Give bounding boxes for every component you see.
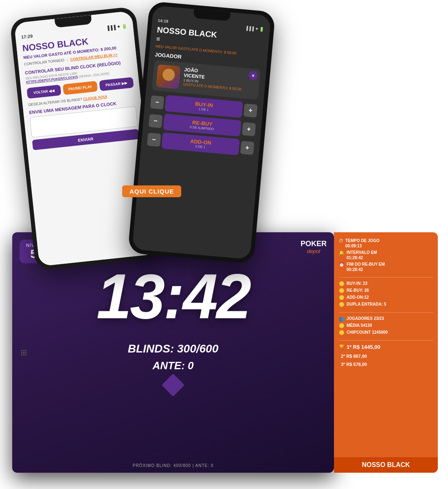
chipcount-stat-row: 🪙 CHIPCOUNT 1245000 [339, 330, 433, 335]
player-card: × JOÃOVICENTE 1 BUY-IN GASTO ATÉ O MOMEN… [152, 60, 261, 100]
intervalo-text: INTERVALO EM 01:28:42 [347, 250, 377, 260]
dupla-stat-row: 🪙 DUPLA ENTRADA: 5 [339, 302, 433, 307]
phone-left-signal: ▐▐▐ ✦ 🔋 [106, 24, 128, 31]
divider-2 [339, 312, 433, 313]
rebuy-minus-btn[interactable]: − [149, 114, 163, 128]
phone-left-nav-item1[interactable]: CONTROLAR TORNEIO [24, 58, 65, 66]
clock-next-blind: PRÓXIMO BLIND: 400/800 | ANTE: 0 [12, 463, 334, 468]
chip-icon-3: 🪙 [339, 295, 345, 300]
buyin-stat-row: 🪙 BUY-IN: 23 [339, 281, 433, 286]
clock-blinds: BLINDS: 300/600 [12, 342, 334, 355]
phone-right-screen: 14:18 ▐▐▐ ✦ 🔋 NOSSO BLACK ≡ MEU VALOR GA… [132, 6, 271, 260]
buyin-minus-btn[interactable]: − [150, 95, 165, 110]
addon-plus-btn[interactable]: + [240, 141, 255, 155]
phone-left-clique-aqui[interactable]: CLIQUE AQUI [83, 95, 107, 101]
chip-icon-1: 🪙 [339, 281, 345, 286]
prize-1-text: 1º R$ 1445,00 [347, 344, 380, 351]
prize-group: 🏆 1º R$ 1445,00 2º R$ 867,00 3º R$ 578,0… [339, 344, 433, 368]
intervalo-row: 🔔 INTERVALO EM 01:28:42 [339, 250, 433, 260]
prize-3-text: 3º R$ 578,00 [341, 361, 367, 367]
chip-avg-icon: 🪙 [339, 323, 345, 328]
player-info: JOÃOVICENTE 1 BUY-IN GASTO ATÉ O MOMENTO… [156, 64, 256, 95]
addon-btn[interactable]: ADD-ON 0 DE 1 [161, 132, 240, 155]
clock-icon: ⏱ [339, 238, 343, 243]
clock-ante: ANTE: 0 [12, 359, 334, 372]
rebuy-plus-btn[interactable]: + [242, 122, 256, 137]
player-details: JOÃOVICENTE 1 BUY-IN GASTO ATÉ O MOMENTO… [183, 67, 243, 91]
clock-screen: NÍVEL 5 POKER depot 13:42 BLINDS: 300/60… [12, 232, 334, 473]
scene: 17:29 ▐▐▐ ✦ 🔋 NOSSO BLACK MEU VALOR GAST… [0, 0, 448, 489]
timer-icon: ⏰ [339, 262, 345, 267]
depot-logo: depot [301, 248, 327, 254]
chip-icon-4: 🪙 [339, 302, 345, 307]
jogadores-stat-text: JOGADORES 23/23 [347, 316, 384, 321]
addon-minus-btn[interactable]: − [147, 133, 161, 147]
clock-logo: POKER depot [301, 240, 327, 254]
prize-2-text: 2º R$ 867,00 [341, 353, 367, 359]
tempo-jogo-text: TEMPO DE JOGO 00:09:13 [345, 238, 380, 249]
divider-1 [339, 277, 433, 278]
clock-timer: 13:42 [12, 265, 334, 328]
prize-2-row: 2º R$ 867,00 [339, 353, 433, 360]
media-stat-row: 🪙 MÉDIA 54130 [339, 323, 433, 328]
chip-icon-2: 🪙 [339, 288, 345, 293]
prize-3-row: 3º R$ 578,00 [339, 361, 433, 368]
trophy-icon: 🏆 [339, 344, 345, 350]
players-icon: 👥 [339, 316, 345, 322]
entry-stats-group: 🪙 BUY-IN: 23 🪙 RE-BUY: 26 🪙 ADD-ON:12 🪙 … [339, 281, 433, 307]
stats-panel: ⏱ TEMPO DE JOGO 00:09:13 🔔 INTERVALO EM … [334, 232, 438, 473]
phone-left-pause-btn[interactable]: PAUSE/ PLAY [63, 81, 98, 95]
time-stats-group: ⏱ TEMPO DE JOGO 00:09:13 🔔 INTERVALO EM … [339, 238, 433, 272]
poker-logo: POKER [301, 240, 327, 248]
clique-aqui-banner[interactable]: AQUI CLIQUE [122, 185, 181, 197]
diamond-shape [162, 374, 185, 397]
tempo-jogo-row: ⏱ TEMPO DE JOGO 00:09:13 [339, 238, 433, 249]
addon-stat-text: ADD-ON:12 [347, 295, 369, 300]
phone-left-next-btn[interactable]: PASSAR ▶▶ [99, 77, 134, 91]
phone-left-time: 17:29 [21, 33, 33, 40]
buyin-stat-text: BUY-IN: 23 [347, 281, 367, 286]
player-stats-group: 👥 JOGADORES 23/23 🪙 MÉDIA 54130 🪙 CHIPCO… [339, 316, 433, 335]
bell-icon: 🔔 [339, 250, 345, 256]
phone-left-back-btn[interactable]: VOLTAR ◀◀ [26, 85, 61, 99]
stats-footer: NOSSO BLACK [334, 457, 438, 473]
buyin-plus-btn[interactable]: + [244, 104, 258, 118]
addon-stat-row: 🪙 ADD-ON:12 [339, 295, 433, 300]
settings-icon[interactable]: ⊞ [20, 348, 27, 357]
clock-diamond-icon [165, 377, 181, 393]
divider-3 [339, 340, 433, 341]
stats-footer-text: NOSSO BLACK [338, 461, 434, 469]
dupla-stat-text: DUPLA ENTRADA: 5 [347, 302, 386, 307]
media-stat-text: MÉDIA 54130 [347, 323, 372, 328]
fim-rebuy-text: FIM DO RE-BUY EM 00:28:42 [347, 262, 385, 272]
jogadores-stat-row: 👥 JOGADORES 23/23 [339, 316, 433, 322]
phone-right-screen-container: 14:18 ▐▐▐ ✦ 🔋 NOSSO BLACK ≡ MEU VALOR GA… [132, 6, 271, 260]
phone-right-time: 14:18 [158, 18, 168, 24]
phone-right-signal: ▐▐▐ ✦ 🔋 [245, 26, 264, 32]
phone-right: 14:18 ▐▐▐ ✦ 🔋 NOSSO BLACK ≡ MEU VALOR GA… [128, 1, 276, 264]
prize-1-row: 🏆 1º R$ 1445,00 [339, 344, 433, 352]
chipcount-stat-text: CHIPCOUNT 1245000 [347, 330, 388, 335]
rebuy-stat-row: 🪙 RE-BUY: 26 [339, 288, 433, 293]
player-avatar [156, 64, 180, 89]
avatar-image [156, 64, 180, 89]
chip-total-icon: 🪙 [339, 330, 345, 335]
fim-rebuy-row: ⏰ FIM DO RE-BUY EM 00:28:42 [339, 262, 433, 272]
rebuy-stat-text: RE-BUY: 26 [347, 288, 369, 293]
